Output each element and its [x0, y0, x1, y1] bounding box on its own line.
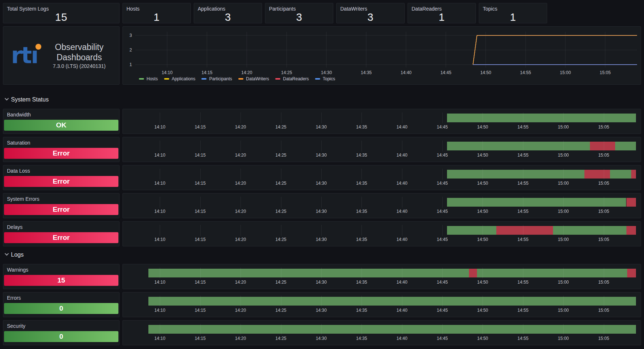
legend-item-topics[interactable]: Topics	[315, 76, 335, 81]
timeline-gridline	[442, 169, 443, 180]
timeline-plot: 14:1014:1514:2014:2514:3014:3514:4014:45…	[128, 114, 636, 134]
time-tick-label: 14:55	[518, 209, 529, 214]
time-tick-label: 14:20	[235, 237, 246, 242]
timeline-bar	[128, 170, 636, 179]
legend-item-applications[interactable]: Applications	[164, 76, 196, 81]
status-stat-panel-saturation: SaturationError	[3, 137, 120, 162]
time-tick-label: 14:25	[275, 153, 286, 158]
timeline-gridline	[604, 112, 604, 123]
time-tick-label: 14:50	[477, 153, 488, 158]
timeline-bar	[128, 142, 636, 150]
time-tick-label: 15:05	[598, 237, 609, 242]
timeline-gridline	[200, 268, 201, 279]
timeline-segment-error	[584, 170, 610, 179]
timeline-gridline	[200, 324, 201, 335]
timeline-gridline	[160, 197, 160, 208]
timeline-gridline	[523, 169, 523, 180]
stat-value: 1	[479, 12, 547, 23]
status-badge: Error	[4, 204, 118, 215]
legend-item-datareaders[interactable]: DataReaders	[275, 76, 309, 81]
timeline-segment-ok	[148, 269, 469, 277]
legend-item-hosts[interactable]: Hosts	[139, 76, 158, 81]
time-tick-label: 14:25	[275, 336, 286, 341]
time-tick-label: 15:05	[598, 153, 609, 158]
time-tick-label: 15:00	[558, 237, 569, 242]
section-header-logs[interactable]: Logs	[5, 251, 641, 259]
timeline-bar	[128, 114, 636, 122]
timeline-gridline	[200, 225, 201, 236]
legend-item-datawriters[interactable]: DataWriters	[238, 76, 269, 81]
timeline-gridline	[482, 197, 483, 208]
stat-value: 3	[265, 12, 333, 23]
timeline-gridline	[281, 268, 281, 279]
timeline-gridline	[402, 141, 402, 152]
section-header-system-status[interactable]: System Status	[5, 96, 641, 104]
timeline-gridline	[523, 112, 523, 123]
stat-panel-participants: Participants3	[265, 3, 333, 23]
timeline-gridline	[604, 268, 604, 279]
timeline-gridline	[482, 169, 483, 180]
stat-value: 1	[123, 12, 190, 23]
timeline-gridline	[442, 296, 443, 307]
legend-swatch	[164, 78, 169, 80]
time-tick-label: 14:20	[235, 153, 246, 158]
stat-value: 15	[3, 12, 119, 23]
stat-label: Errors	[3, 292, 119, 301]
time-tick-label: 14:55	[518, 124, 529, 130]
stat-panel-datawriters: DataWriters3	[336, 3, 405, 23]
time-tick-label: 15:05	[598, 280, 609, 285]
time-tick-label: 14:40	[397, 280, 408, 285]
timeline-gridline	[321, 197, 322, 208]
timeline-gridline	[321, 169, 322, 180]
timeline-gridline	[482, 296, 483, 307]
legend-swatch	[139, 78, 144, 80]
time-tick-label: 14:15	[195, 308, 206, 313]
stat-label: Participants	[265, 3, 333, 12]
timeline-gridline	[160, 169, 160, 180]
time-tick-label: 14:15	[195, 336, 206, 341]
timeline-segment-ok	[148, 325, 636, 334]
time-tick-label: 14:10	[154, 124, 165, 130]
timeline-gridline	[281, 112, 281, 123]
timeline-segment-ok	[148, 297, 636, 306]
timeline-gridline	[281, 141, 281, 152]
time-tick-label: 14:10	[154, 280, 165, 285]
status-stat-panel-data-loss: Data LossError	[3, 165, 120, 190]
timeline-plot: 14:1014:1514:2014:2514:3014:3514:4014:45…	[128, 226, 636, 246]
time-tick-label: 15:00	[558, 153, 569, 158]
time-tick-label: 14:20	[235, 308, 246, 313]
timeline-gridline	[321, 296, 322, 307]
time-tick-label: 14:55	[518, 336, 529, 341]
log-stat-panel-security: Security0	[3, 320, 120, 345]
timeline-gridline	[442, 141, 443, 152]
time-tick-label: 15:05	[598, 181, 609, 186]
timeline-bar	[128, 198, 636, 207]
chart-legend: HostsApplicationsParticipantsDataWriters…	[139, 76, 335, 81]
time-tick-label: 14:50	[477, 209, 488, 214]
time-tick-label: 14:35	[356, 280, 367, 285]
legend-label: Topics	[323, 76, 335, 81]
timeline-plot: 14:1014:1514:2014:2514:3014:3514:4014:45…	[128, 325, 636, 345]
x-axis-tick: 14:45	[440, 70, 451, 75]
time-tick-label: 14:45	[437, 181, 448, 186]
time-tick-label: 14:25	[275, 124, 286, 130]
time-tick-label: 14:30	[316, 280, 327, 285]
status-badge: Error	[4, 148, 118, 159]
main-row: rtı Observability Dashboards 7.3.0 (LTS)…	[3, 26, 641, 85]
time-tick-label: 14:30	[316, 308, 327, 313]
timeline-gridline	[361, 112, 362, 123]
stat-label: Saturation	[3, 137, 119, 146]
legend-item-participants[interactable]: Participants	[201, 76, 232, 81]
timeline-segment-ok	[447, 142, 590, 150]
branding-panel: rtı Observability Dashboards 7.3.0 (LTS)…	[3, 26, 120, 85]
time-tick-label: 14:25	[275, 308, 286, 313]
time-tick-label: 14:50	[477, 336, 488, 341]
time-tick-label: 14:40	[397, 181, 408, 186]
timeline-gridline	[281, 197, 281, 208]
time-tick-label: 14:55	[518, 280, 529, 285]
timeline-bar	[128, 325, 636, 334]
log-row-errors: Errors014:1014:1514:2014:2514:3014:3514:…	[3, 292, 641, 317]
time-tick-label: 15:05	[598, 336, 609, 341]
timeline-gridline	[523, 225, 523, 236]
timeline-gridline	[604, 141, 604, 152]
